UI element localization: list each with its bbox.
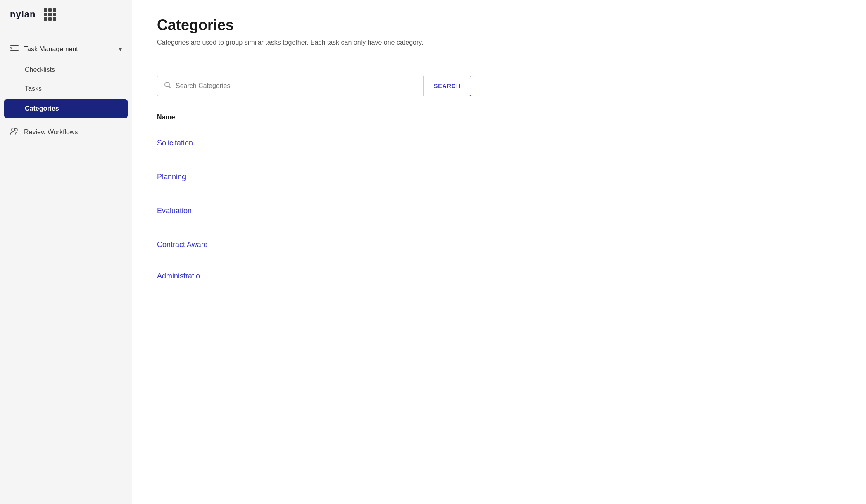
sidebar-item-checklists[interactable]: Checklists bbox=[0, 60, 132, 79]
content-divider bbox=[157, 63, 841, 63]
category-link-administration[interactable]: Administratio... bbox=[157, 272, 206, 280]
search-input[interactable] bbox=[176, 82, 417, 90]
search-icon bbox=[164, 81, 171, 90]
grid-icon[interactable] bbox=[44, 8, 56, 21]
category-list: Solicitation Planning Evaluation Contrac… bbox=[157, 126, 841, 285]
svg-line-6 bbox=[169, 86, 171, 88]
sidebar-item-categories[interactable]: Categories bbox=[4, 99, 128, 118]
review-workflows-icon bbox=[10, 127, 19, 137]
svg-point-4 bbox=[15, 128, 17, 131]
nav-sub-items: Checklists Tasks Categories bbox=[0, 60, 132, 119]
task-management-nav[interactable]: Task Management ▾ bbox=[0, 38, 132, 60]
list-item[interactable]: Evaluation bbox=[157, 194, 841, 228]
category-link-solicitation[interactable]: Solicitation bbox=[157, 139, 193, 147]
column-name-header: Name bbox=[157, 114, 175, 121]
review-workflows-nav[interactable]: Review Workflows bbox=[0, 121, 132, 143]
sidebar-divider bbox=[0, 29, 132, 29]
main-content: Categories Categories are used to group … bbox=[132, 0, 866, 504]
sidebar: nylan T bbox=[0, 0, 132, 504]
list-item[interactable]: Solicitation bbox=[157, 126, 841, 160]
review-workflows-label: Review Workflows bbox=[24, 128, 78, 136]
task-management-icon bbox=[10, 44, 19, 54]
category-link-contract-award[interactable]: Contract Award bbox=[157, 240, 208, 249]
category-link-planning[interactable]: Planning bbox=[157, 173, 186, 181]
page-subtitle: Categories are used to group similar tas… bbox=[157, 39, 841, 46]
search-button[interactable]: SEARCH bbox=[424, 76, 471, 96]
list-item[interactable]: Contract Award bbox=[157, 228, 841, 262]
category-link-evaluation[interactable]: Evaluation bbox=[157, 207, 192, 215]
search-input-wrapper bbox=[157, 76, 424, 96]
list-item[interactable]: Planning bbox=[157, 160, 841, 194]
sidebar-header: nylan bbox=[0, 0, 132, 29]
chevron-down-icon: ▾ bbox=[119, 46, 122, 52]
sidebar-item-tasks[interactable]: Tasks bbox=[0, 79, 132, 98]
table-header: Name bbox=[157, 109, 841, 126]
sidebar-nav: Task Management ▾ Checklists Tasks Categ… bbox=[0, 33, 132, 147]
svg-point-3 bbox=[12, 128, 15, 131]
page-title: Categories bbox=[157, 17, 841, 34]
search-bar-container: SEARCH bbox=[157, 76, 471, 96]
list-item[interactable]: Administratio... bbox=[157, 262, 841, 285]
app-logo: nylan bbox=[10, 9, 36, 20]
task-management-label: Task Management bbox=[24, 45, 114, 53]
